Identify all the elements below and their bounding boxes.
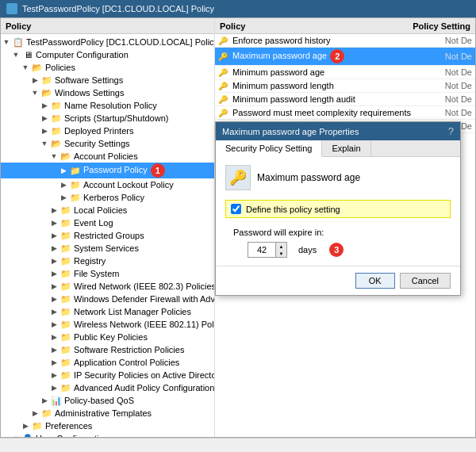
policy-row[interactable]: 🔑Password must meet complexity requireme…	[215, 106, 475, 120]
ok-button[interactable]: OK	[355, 273, 395, 289]
expand-icon-deployed-printers[interactable]: ▶	[39, 125, 50, 136]
expand-icon-root[interactable]: ▼	[1, 36, 12, 48]
expand-icon-advanced-audit[interactable]: ▶	[48, 382, 60, 393]
policy-row[interactable]: 🔑Maximum password age2Not De	[215, 48, 475, 66]
node-icon-scripts: 📁	[50, 113, 63, 124]
tree-item-name-resolution[interactable]: ▶📁Name Resolution Policy	[1, 99, 214, 112]
expand-icon-wireless-network[interactable]: ▶	[48, 319, 60, 330]
expand-icon-registry[interactable]: ▶	[48, 255, 60, 266]
tree-item-app-control[interactable]: ▶📁Application Control Policies	[1, 356, 214, 369]
expand-icon-public-key[interactable]: ▶	[48, 331, 60, 343]
expand-icon-kerberos[interactable]: ▶	[58, 192, 69, 203]
tree-item-ip-security[interactable]: ▶📁IP Security Policies on Active Directo…	[1, 369, 214, 381]
policy-row-value: Not De	[424, 94, 472, 104]
expire-up-btn[interactable]: ▲	[275, 243, 286, 250]
expand-icon-computer-config[interactable]: ▼	[10, 49, 21, 60]
tree-item-advanced-audit[interactable]: ▶📁Advanced Audit Policy Configuration	[1, 381, 214, 394]
expand-icon-wired-network[interactable]: ▶	[48, 281, 60, 292]
tree-item-software-settings[interactable]: ▶📁Software Settings	[1, 74, 214, 86]
dialog-tab-security-policy-setting[interactable]: Security Policy Setting	[216, 140, 322, 157]
node-icon-local-policies: 📁	[60, 205, 72, 216]
tree-item-user-config[interactable]: ▼👤User Configuration	[1, 432, 214, 437]
define-checkbox-row: Define this policy setting	[225, 200, 451, 218]
tree-item-kerberos[interactable]: ▶📁Kerberos Policy	[1, 191, 214, 204]
expand-icon-user-config[interactable]: ▼	[10, 433, 21, 437]
policy-row[interactable]: 🔑Minimum password lengthNot De	[215, 79, 475, 93]
expand-icon-policies[interactable]: ▼	[20, 62, 31, 73]
tree-item-computer-config[interactable]: ▼🖥Computer Configuration	[1, 48, 214, 61]
tree-item-restricted-groups[interactable]: ▶📁Restricted Groups	[1, 229, 214, 242]
tree-label-password-policy: Password Policy1	[83, 163, 165, 178]
tree-label-policies: Policies	[45, 63, 75, 72]
expire-row: Password will expire in:	[225, 228, 451, 237]
expand-icon-software-settings[interactable]: ▶	[29, 75, 40, 86]
expire-down-btn[interactable]: ▼	[275, 250, 286, 257]
tree-item-local-policies[interactable]: ▶📁Local Policies	[1, 204, 214, 216]
tree-label-account-lockout: Account Lockout Policy	[83, 180, 174, 190]
expand-icon-event-log[interactable]: ▶	[48, 217, 60, 228]
expand-icon-name-resolution[interactable]: ▶	[39, 100, 50, 111]
expand-icon-windows-defender[interactable]: ▶	[48, 293, 60, 305]
tree-item-windows-defender[interactable]: ▶📁Windows Defender Firewall with Advanc	[1, 293, 214, 305]
expand-icon-ip-security[interactable]: ▶	[48, 370, 60, 381]
policy-row[interactable]: 🔑Minimum password ageNot De	[215, 66, 475, 79]
policy-row-icon: 🔑	[218, 36, 232, 45]
expand-icon-file-system[interactable]: ▶	[48, 268, 60, 279]
tree-item-software-restriction[interactable]: ▶📁Software Restriction Policies	[1, 343, 214, 356]
dialog-tab-explain[interactable]: Explain	[322, 140, 370, 156]
expand-icon-password-policy[interactable]: ▶	[58, 165, 69, 176]
tree-item-wireless-network[interactable]: ▶📁Wireless Network (IEEE 802.11) Policie…	[1, 318, 214, 331]
tree-item-windows-settings[interactable]: ▼📂Windows Settings	[1, 86, 214, 99]
tree-item-wired-network[interactable]: ▶📁Wired Network (IEEE 802.3) Policies	[1, 280, 214, 293]
tree-item-public-key[interactable]: ▶📁Public Key Policies	[1, 331, 214, 343]
expand-icon-scripts[interactable]: ▶	[39, 113, 50, 124]
node-icon-software-settings: 📁	[40, 75, 53, 86]
policy-row-value: Not De	[424, 81, 472, 90]
node-icon-file-system: 📁	[60, 268, 72, 279]
tree-item-deployed-printers[interactable]: ▶📁Deployed Printers	[1, 124, 214, 137]
tree-item-root[interactable]: ▼📋TestPasswordPolicy [DC1.CLOUD.LOCAL] P…	[1, 36, 214, 48]
node-icon-user-config: 👤	[21, 433, 34, 437]
policy-row[interactable]: 🔑Enforce password historyNot De	[215, 34, 475, 48]
expire-input-wrap: ▲ ▼	[248, 242, 287, 258]
tree-item-security-settings[interactable]: ▼📂Security Settings	[1, 137, 214, 150]
expand-icon-app-control[interactable]: ▶	[48, 357, 60, 368]
policy-row-icon: 🔑	[218, 52, 232, 61]
dialog-help-btn[interactable]: ?	[448, 125, 454, 137]
cancel-button[interactable]: Cancel	[400, 273, 451, 289]
tree-item-registry[interactable]: ▶📁Registry	[1, 255, 214, 267]
tree-item-policy-based-qos[interactable]: ▶📊Policy-based QoS	[1, 394, 214, 407]
expand-icon-security-settings[interactable]: ▼	[39, 138, 50, 149]
tree-item-password-policy[interactable]: ▶📁Password Policy1	[1, 163, 214, 178]
expand-icon-preferences-computer[interactable]: ▶	[20, 420, 31, 431]
tree-label-public-key: Public Key Policies	[74, 332, 148, 342]
define-policy-checkbox[interactable]	[231, 204, 241, 214]
tree-item-scripts[interactable]: ▶📁Scripts (Startup/Shutdown)	[1, 112, 214, 124]
tree-item-event-log[interactable]: ▶📁Event Log	[1, 216, 214, 229]
expand-icon-local-policies[interactable]: ▶	[48, 205, 60, 216]
tree-item-policies[interactable]: ▼📂Policies	[1, 61, 214, 74]
status-bar	[0, 438, 476, 452]
tree-item-account-lockout[interactable]: ▶📁Account Lockout Policy	[1, 178, 214, 191]
tree-label-system-services: System Services	[74, 243, 139, 253]
expand-icon-windows-settings[interactable]: ▼	[29, 87, 40, 98]
expand-icon-system-services[interactable]: ▶	[48, 243, 60, 254]
expand-icon-restricted-groups[interactable]: ▶	[48, 230, 60, 241]
expand-icon-policy-based-qos[interactable]: ▶	[39, 395, 50, 406]
expand-icon-admin-templates[interactable]: ▶	[29, 408, 40, 419]
policy-row[interactable]: 🔑Minimum password length auditNot De	[215, 93, 475, 106]
tree-item-file-system[interactable]: ▶📁File System	[1, 267, 214, 280]
tree-item-admin-templates[interactable]: ▶📁Administrative Templates	[1, 407, 214, 419]
policy-row-value: Not De	[424, 36, 472, 45]
tree-item-account-policies[interactable]: ▼📂Account Policies	[1, 150, 214, 163]
expand-icon-software-restriction[interactable]: ▶	[48, 344, 60, 355]
tree-item-preferences-computer[interactable]: ▶📁Preferences	[1, 419, 214, 432]
expire-value-input[interactable]	[248, 243, 275, 257]
tree-item-system-services[interactable]: ▶📁System Services	[1, 242, 214, 255]
expand-icon-account-lockout[interactable]: ▶	[58, 179, 69, 190]
expand-icon-network-list[interactable]: ▶	[48, 306, 60, 317]
node-icon-wired-network: 📁	[60, 281, 72, 292]
expand-icon-account-policies[interactable]: ▼	[48, 151, 60, 162]
tree-label-app-control: Application Control Policies	[74, 358, 179, 367]
tree-item-network-list[interactable]: ▶📁Network List Manager Policies	[1, 305, 214, 318]
